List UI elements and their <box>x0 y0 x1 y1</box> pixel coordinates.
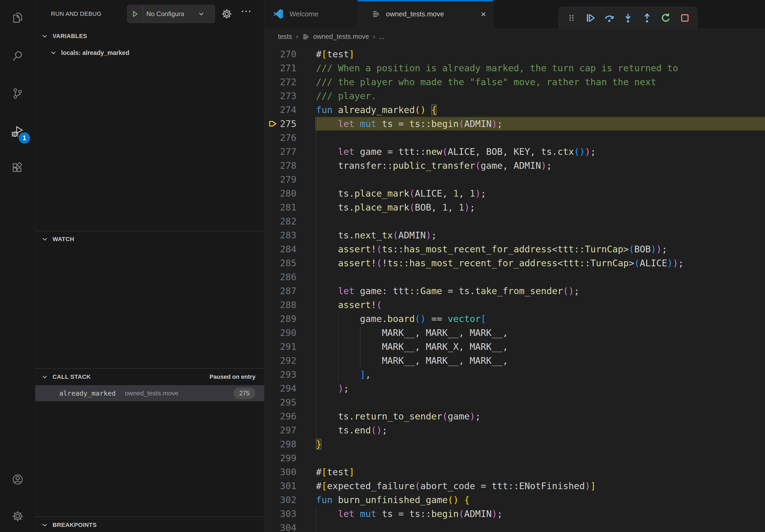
breadcrumb-item-tests[interactable]: tests <box>278 33 292 40</box>
debug-settings-gear[interactable] <box>221 8 233 20</box>
code-line[interactable]: 302fun burn_unfinished_game() { <box>264 493 765 507</box>
call-stack-frame[interactable]: already_marked owned_tests.move 275 <box>35 385 264 401</box>
drag-handle-icon[interactable] <box>565 12 578 24</box>
sidebar-item-source-control[interactable] <box>0 81 35 106</box>
line-number[interactable]: 302 <box>264 493 297 507</box>
line-number[interactable]: 292 <box>264 354 297 368</box>
code-line[interactable]: 284 assert!(ts::has_most_recent_for_addr… <box>264 242 765 256</box>
settings-button[interactable] <box>0 503 35 529</box>
code-line[interactable]: 292 MARK__, MARK__, MARK__, <box>264 354 765 368</box>
code-line[interactable]: 301#[expected_failure(abort_code = ttt::… <box>264 479 765 493</box>
code-line[interactable]: 273/// player. <box>264 89 765 103</box>
line-number[interactable]: 298 <box>264 437 297 451</box>
code-editor[interactable]: 270#[test]271/// When a position is alre… <box>264 45 765 532</box>
breadcrumb-item-file[interactable]: owned_tests.move <box>313 33 369 40</box>
line-number[interactable]: 277 <box>264 145 297 158</box>
code-line[interactable]: 275 let mut ts = ts::begin(ADMIN); <box>264 117 765 131</box>
line-number[interactable]: 272 <box>264 75 297 89</box>
code-line[interactable]: 296 ts.return_to_sender(game); <box>264 409 765 423</box>
line-number[interactable]: 296 <box>264 409 297 423</box>
line-number[interactable]: 304 <box>264 521 297 532</box>
line-number[interactable]: 285 <box>264 256 297 270</box>
code-line[interactable]: 278 transfer::public_transfer(game, ADMI… <box>264 158 765 172</box>
sidebar-item-explorer[interactable] <box>0 5 35 31</box>
line-number[interactable]: 281 <box>264 200 297 214</box>
sidebar-item-run-and-debug[interactable] <box>0 119 35 144</box>
code-line[interactable]: 283 ts.next_tx(ADMIN); <box>264 228 765 242</box>
line-number[interactable]: 294 <box>264 382 297 396</box>
tab-owned-tests-move[interactable]: owned_tests.move × <box>358 0 493 28</box>
step-out-button[interactable] <box>641 12 653 24</box>
code-line[interactable]: 294 ); <box>264 382 765 396</box>
line-number[interactable]: 287 <box>264 284 297 298</box>
line-number[interactable]: 275 <box>264 117 297 131</box>
code-line[interactable]: 281 ts.place_mark(BOB, 1, 1); <box>264 200 765 214</box>
line-number[interactable]: 273 <box>264 89 297 103</box>
step-over-button[interactable] <box>603 12 616 24</box>
close-icon[interactable]: × <box>480 9 486 19</box>
code-line[interactable]: 282 <box>264 214 765 228</box>
line-number[interactable]: 300 <box>264 465 297 479</box>
line-number[interactable]: 299 <box>264 451 297 465</box>
code-line[interactable]: 293 ], <box>264 368 765 382</box>
code-line[interactable]: 295 <box>264 396 765 409</box>
code-line[interactable]: 291 MARK__, MARK_X, MARK__, <box>264 340 765 354</box>
stop-button[interactable] <box>678 12 691 24</box>
line-number[interactable]: 295 <box>264 396 297 409</box>
line-number[interactable]: 271 <box>264 61 297 75</box>
code-line[interactable]: 299 <box>264 451 765 465</box>
sidebar-item-extensions[interactable] <box>0 155 35 181</box>
line-number[interactable]: 279 <box>264 172 297 186</box>
line-number[interactable]: 280 <box>264 186 297 200</box>
code-line[interactable]: 297 ts.end(); <box>264 423 765 437</box>
line-number[interactable]: 303 <box>264 507 297 521</box>
line-number[interactable]: 276 <box>264 131 297 145</box>
code-line[interactable]: 270#[test] <box>264 47 765 61</box>
line-number[interactable]: 286 <box>264 270 297 284</box>
restart-button[interactable] <box>659 12 672 24</box>
code-line[interactable]: 285 assert!(!ts::has_most_recent_for_add… <box>264 256 765 270</box>
code-line[interactable]: 289 game.board() == vector[ <box>264 312 765 326</box>
account-button[interactable] <box>0 467 35 492</box>
code-line[interactable]: 304 <box>264 521 765 532</box>
code-line[interactable]: 300#[test] <box>264 465 765 479</box>
line-number[interactable]: 282 <box>264 214 297 228</box>
code-line[interactable]: 298} <box>264 437 765 451</box>
step-into-button[interactable] <box>622 12 634 24</box>
line-number[interactable]: 293 <box>264 368 297 382</box>
line-number[interactable]: 290 <box>264 326 297 340</box>
line-number[interactable]: 274 <box>264 103 297 117</box>
code-line[interactable]: 271/// When a position is already marked… <box>264 61 765 75</box>
breadcrumb-item-symbol[interactable]: ... <box>379 33 384 40</box>
chevron-down-icon[interactable] <box>198 10 205 17</box>
line-number[interactable]: 301 <box>264 479 297 493</box>
code-line[interactable]: 280 ts.place_mark(ALICE, 1, 1); <box>264 186 765 200</box>
line-number[interactable]: 284 <box>264 242 297 256</box>
line-number[interactable]: 283 <box>264 228 297 242</box>
code-line[interactable]: 274fun already_marked() { <box>264 103 765 117</box>
code-line[interactable]: 303 let mut ts = ts::begin(ADMIN); <box>264 507 765 521</box>
section-header-watch[interactable]: WATCH <box>35 231 264 247</box>
section-header-variables[interactable]: VARIABLES <box>35 28 264 45</box>
code-line[interactable]: 272/// the player who made the "false" m… <box>264 75 765 89</box>
code-line[interactable]: 279 <box>264 172 765 186</box>
tab-welcome[interactable]: Welcome <box>264 0 358 28</box>
more-actions-icon[interactable]: ⋯ <box>241 5 252 17</box>
line-number[interactable]: 288 <box>264 298 297 312</box>
sidebar-item-search[interactable] <box>0 43 35 69</box>
code-line[interactable]: 288 assert!( <box>264 298 765 312</box>
line-number[interactable]: 289 <box>264 312 297 326</box>
variables-scope-locals[interactable]: locals: already_marked <box>35 45 264 61</box>
section-header-breakpoints[interactable]: BREAKPOINTS <box>35 517 264 532</box>
line-number[interactable]: 278 <box>264 158 297 172</box>
code-line[interactable]: 287 let game: ttt::Game = ts.take_from_s… <box>264 284 765 298</box>
code-line[interactable]: 277 let game = ttt::new(ALICE, BOB, KEY,… <box>264 145 765 158</box>
code-line[interactable]: 276 <box>264 131 765 145</box>
code-line[interactable]: 290 MARK__, MARK__, MARK__, <box>264 326 765 340</box>
line-number[interactable]: 291 <box>264 340 297 354</box>
code-line[interactable]: 286 <box>264 270 765 284</box>
line-number[interactable]: 270 <box>264 47 297 61</box>
line-number[interactable]: 297 <box>264 423 297 437</box>
start-debug-button[interactable] <box>127 5 143 23</box>
continue-button[interactable] <box>584 12 597 24</box>
